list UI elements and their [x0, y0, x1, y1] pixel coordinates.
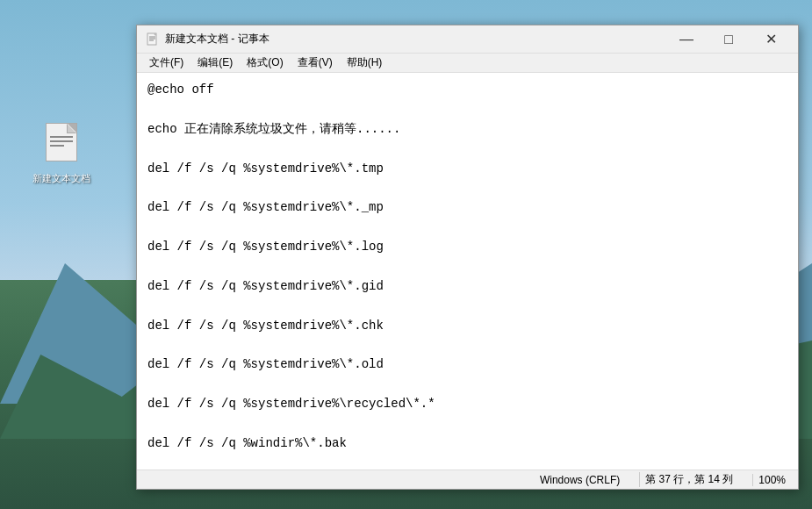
menu-format[interactable]: 格式(O): [240, 54, 290, 72]
desktop-icon-label: 新建文本文档: [32, 172, 90, 184]
menu-help[interactable]: 帮助(H): [340, 54, 390, 72]
desktop-icon-text-file[interactable]: 新建文本文档: [31, 123, 92, 184]
editor-textarea[interactable]: @echo off echo 正在清除系统垃圾文件，请稍等...... del …: [137, 73, 798, 470]
file-icon: [40, 123, 83, 168]
menu-edit[interactable]: 编辑(E): [190, 54, 240, 72]
title-bar-left: 新建文本文档 - 记事本: [146, 32, 269, 47]
window-title: 新建文本文档 - 记事本: [165, 32, 269, 47]
close-button[interactable]: ✕: [751, 26, 791, 53]
notepad-title-icon: [146, 32, 160, 47]
menu-file[interactable]: 文件(F): [142, 54, 190, 72]
title-bar: 新建文本文档 - 记事本 — □ ✕: [137, 25, 798, 54]
editor-container: @echo off echo 正在清除系统垃圾文件，请稍等...... del …: [137, 73, 798, 470]
maximize-button[interactable]: □: [708, 26, 749, 53]
status-zoom: 100%: [752, 474, 791, 486]
notepad-window: 新建文本文档 - 记事本 — □ ✕ 文件(F) 编辑(E) 格式(O) 查看(…: [136, 25, 799, 490]
menu-bar: 文件(F) 编辑(E) 格式(O) 查看(V) 帮助(H): [137, 54, 798, 73]
minimize-button[interactable]: —: [666, 26, 707, 53]
status-line-ending: Windows (CRLF): [535, 474, 625, 486]
status-bar: Windows (CRLF) 第 37 行，第 14 列 100%: [137, 470, 798, 489]
title-bar-controls: — □ ✕: [666, 26, 791, 53]
menu-view[interactable]: 查看(V): [291, 54, 340, 72]
status-position: 第 37 行，第 14 列: [639, 472, 738, 487]
